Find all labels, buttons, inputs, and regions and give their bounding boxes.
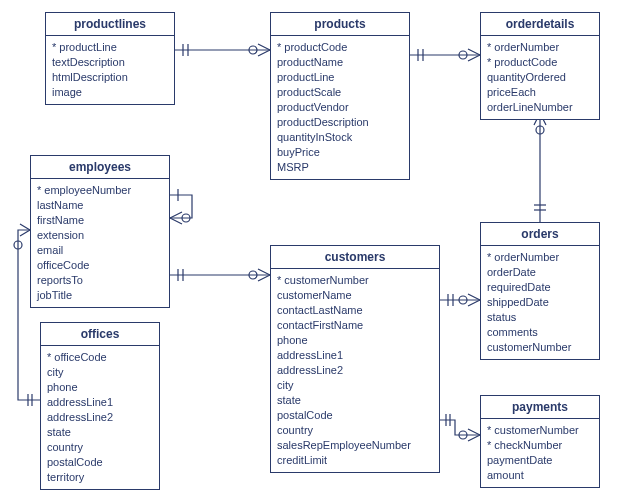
entity-field: quantityOrdered xyxy=(487,70,593,85)
entity-fields: * productLinetextDescriptionhtmlDescript… xyxy=(46,36,174,104)
entity-field: paymentDate xyxy=(487,453,593,468)
entity-field: email xyxy=(37,243,163,258)
entity-field: MSRP xyxy=(277,160,403,175)
entity-field: amount xyxy=(487,468,593,483)
entity-field: addressLine2 xyxy=(277,363,433,378)
entity-field: * productCode xyxy=(487,55,593,70)
entity-title: customers xyxy=(271,246,439,269)
entity-field: productName xyxy=(277,55,403,70)
entity-field: * productCode xyxy=(277,40,403,55)
entity-field: postalCode xyxy=(47,455,153,470)
entity-field: * productLine xyxy=(52,40,168,55)
entity-field: contactLastName xyxy=(277,303,433,318)
svg-point-18 xyxy=(459,431,467,439)
entity-field: state xyxy=(47,425,153,440)
entity-field: addressLine2 xyxy=(47,410,153,425)
entity-title: orders xyxy=(481,223,599,246)
entity-title: orderdetails xyxy=(481,13,599,36)
entity-field: * customerNumber xyxy=(487,423,593,438)
entity-field: comments xyxy=(487,325,593,340)
entity-field: productLine xyxy=(277,70,403,85)
entity-field: requiredDate xyxy=(487,280,593,295)
entity-field: salesRepEmployeeNumber xyxy=(277,438,433,453)
entity-title: payments xyxy=(481,396,599,419)
entity-field: * employeeNumber xyxy=(37,183,163,198)
entity-payments: payments* customerNumber* checkNumberpay… xyxy=(480,395,600,488)
entity-field: contactFirstName xyxy=(277,318,433,333)
entity-field: extension xyxy=(37,228,163,243)
entity-field: reportsTo xyxy=(37,273,163,288)
entity-title: products xyxy=(271,13,409,36)
entity-field: customerName xyxy=(277,288,433,303)
entity-field: phone xyxy=(47,380,153,395)
entity-field: * orderNumber xyxy=(487,250,593,265)
entity-fields: * orderNumber* productCodequantityOrdere… xyxy=(481,36,599,119)
entity-fields: * customerNumbercustomerNamecontactLastN… xyxy=(271,269,439,472)
entity-field: addressLine1 xyxy=(47,395,153,410)
svg-point-7 xyxy=(459,51,467,59)
entity-field: productScale xyxy=(277,85,403,100)
entity-field: * officeCode xyxy=(47,350,153,365)
entity-field: territory xyxy=(47,470,153,485)
entity-field: lastName xyxy=(37,198,163,213)
svg-point-24 xyxy=(182,214,190,222)
entity-field: shippedDate xyxy=(487,295,593,310)
entity-field: * customerNumber xyxy=(277,273,433,288)
entity-field: textDescription xyxy=(52,55,168,70)
entity-offices: offices* officeCodecityphoneaddressLine1… xyxy=(40,322,160,490)
entity-field: * checkNumber xyxy=(487,438,593,453)
entity-field: jobTitle xyxy=(37,288,163,303)
entity-productlines: productlines* productLinetextDescription… xyxy=(45,12,175,105)
entity-field: image xyxy=(52,85,168,100)
entity-field: buyPrice xyxy=(277,145,403,160)
entity-field: firstName xyxy=(37,213,163,228)
entity-field: city xyxy=(277,378,433,393)
entity-field: country xyxy=(277,423,433,438)
entity-fields: * customerNumber* checkNumberpaymentDate… xyxy=(481,419,599,487)
entity-field: state xyxy=(277,393,433,408)
entity-field: orderLineNumber xyxy=(487,100,593,115)
entity-field: quantityInStock xyxy=(277,130,403,145)
entity-field: productVendor xyxy=(277,100,403,115)
entity-title: productlines xyxy=(46,13,174,36)
entity-field: creditLimit xyxy=(277,453,433,468)
entity-field: htmlDescription xyxy=(52,70,168,85)
entity-field: customerNumber xyxy=(487,340,593,355)
entity-title: offices xyxy=(41,323,159,346)
entity-fields: * orderNumberorderDaterequiredDateshippe… xyxy=(481,246,599,359)
svg-point-22 xyxy=(249,271,257,279)
entity-fields: * employeeNumberlastNamefirstNameextensi… xyxy=(31,179,169,307)
entity-field: city xyxy=(47,365,153,380)
entity-field: phone xyxy=(277,333,433,348)
entity-title: employees xyxy=(31,156,169,179)
svg-point-3 xyxy=(249,46,257,54)
entity-field: * orderNumber xyxy=(487,40,593,55)
entity-field: status xyxy=(487,310,593,325)
entity-field: country xyxy=(47,440,153,455)
entity-field: productDescription xyxy=(277,115,403,130)
entity-field: officeCode xyxy=(37,258,163,273)
entity-customers: customers* customerNumbercustomerNamecon… xyxy=(270,245,440,473)
entity-fields: * officeCodecityphoneaddressLine1address… xyxy=(41,346,159,489)
entity-products: products* productCodeproductNameproductL… xyxy=(270,12,410,180)
svg-point-9 xyxy=(536,126,544,134)
entity-field: orderDate xyxy=(487,265,593,280)
entity-employees: employees* employeeNumberlastNamefirstNa… xyxy=(30,155,170,308)
svg-point-27 xyxy=(14,241,22,249)
entity-field: priceEach xyxy=(487,85,593,100)
svg-point-15 xyxy=(459,296,467,304)
entity-field: addressLine1 xyxy=(277,348,433,363)
entity-field: postalCode xyxy=(277,408,433,423)
entity-orderdetails: orderdetails* orderNumber* productCodequ… xyxy=(480,12,600,120)
entity-orders: orders* orderNumberorderDaterequiredDate… xyxy=(480,222,600,360)
entity-fields: * productCodeproductNameproductLineprodu… xyxy=(271,36,409,179)
